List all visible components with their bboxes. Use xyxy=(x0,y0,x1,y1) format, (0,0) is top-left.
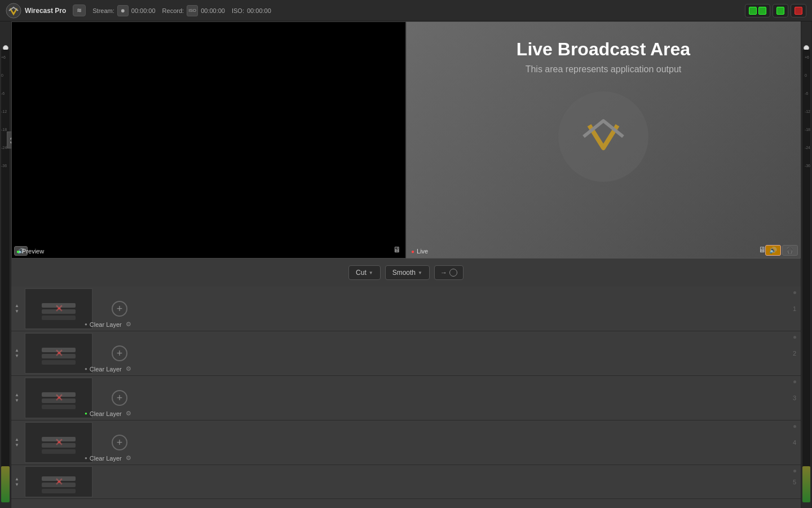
layer-4-number: 4 xyxy=(793,439,796,446)
iso-status: ISO: 00:00:00 xyxy=(232,7,271,14)
layer-1-controls: ▲ ▼ xyxy=(11,287,23,331)
wifi-button[interactable]: ≋ xyxy=(73,5,86,16)
layer-3-number: 3 xyxy=(793,395,796,401)
cut-button[interactable]: Cut ▼ xyxy=(348,265,381,280)
svg-rect-4 xyxy=(42,348,76,352)
live-red-dot: ● xyxy=(411,248,414,255)
layer-3-settings-button[interactable]: ⚙ xyxy=(124,409,133,418)
layer-4-add-button[interactable]: + xyxy=(112,435,127,450)
layer-4-down-arrow[interactable]: ▼ xyxy=(15,443,19,448)
preview-monitor-icon: 🖥 xyxy=(393,245,401,254)
stream-status: Stream: ⏺ 00:00:00 xyxy=(92,5,155,16)
topbar: Wirecast Pro ≋ Stream: ⏺ 00:00:00 Record… xyxy=(0,0,812,21)
main-area: +6 0 -6 -12 -18 -24 -36 ▲ ▼ 🔊 ● Preview xyxy=(0,21,812,508)
layer-1-add-button[interactable]: + xyxy=(112,301,127,317)
layer-2-label: Clear Layer xyxy=(90,366,122,373)
layer-2-dot: ● xyxy=(85,366,87,371)
live-audio-buttons: 🔊 🎧 xyxy=(765,245,798,256)
svg-rect-14 xyxy=(42,483,76,487)
svg-rect-6 xyxy=(42,360,76,365)
svg-rect-7 xyxy=(42,392,76,397)
layer-1-label-area: ● Clear Layer ⚙ xyxy=(85,320,133,329)
layer-3-add-button[interactable]: + xyxy=(112,390,127,406)
wirecast-watermark-svg xyxy=(575,108,632,165)
wirecast-watermark xyxy=(558,91,648,182)
svg-rect-8 xyxy=(42,398,76,403)
layer-1-number-dot xyxy=(793,291,796,294)
wifi-icon: ≋ xyxy=(77,7,82,14)
layer-3-up-arrow[interactable]: ▲ xyxy=(15,393,19,397)
layer-1-down-arrow[interactable]: ▼ xyxy=(15,309,19,314)
preview-pane: 🔊 ● Preview 🖥 xyxy=(11,21,406,259)
layers-area: ▲ ▼ ✕ + ● Clear Layer ⚙ xyxy=(11,287,801,508)
layer-4-dot: ● xyxy=(85,456,87,461)
layer-1-up-arrow[interactable]: ▲ xyxy=(15,304,19,308)
smooth-button[interactable]: Smooth ▼ xyxy=(385,265,430,280)
layer-3-dot: ● xyxy=(85,411,87,416)
vu-scale-left: +6 0 -6 -12 -18 -24 -36 xyxy=(1,55,7,168)
layer-2-thumbnail: ✕ xyxy=(25,333,92,374)
layer-5-number: 5 xyxy=(793,479,796,485)
svg-rect-5 xyxy=(42,354,76,358)
layer-4-number-dot xyxy=(793,425,796,428)
layer-1-dot: ● xyxy=(85,322,87,327)
layer-2-stack-icon xyxy=(39,339,78,367)
layer-5-stack-icon xyxy=(39,468,78,496)
layer-2-label-area: ● Clear Layer ⚙ xyxy=(85,365,133,373)
layer-5-down-arrow[interactable]: ▼ xyxy=(15,483,19,487)
layer-1-stack-icon xyxy=(39,295,78,323)
live-background: Live Broadcast Area This area represents… xyxy=(407,22,800,258)
layer-2-number: 2 xyxy=(793,350,796,357)
go-circle-icon xyxy=(449,269,457,277)
svg-rect-12 xyxy=(42,449,76,454)
vu-meter-right: +6 0 -6 -12 -18 -24 -36 xyxy=(801,21,812,508)
layer-2-down-arrow[interactable]: ▼ xyxy=(15,354,19,358)
transition-bar: Cut ▼ Smooth ▼ → xyxy=(11,259,801,287)
traffic-light-group1 xyxy=(745,4,770,17)
layer-1-thumbnail: ✕ xyxy=(25,288,92,329)
live-headphone-button[interactable]: 🎧 xyxy=(782,245,798,256)
layer-2-number-dot xyxy=(793,336,796,339)
tl-dot-green2 xyxy=(758,7,766,15)
go-button[interactable]: → xyxy=(434,265,464,280)
layer-3-thumbnail: ✕ xyxy=(25,378,92,418)
live-speaker-button[interactable]: 🔊 xyxy=(765,245,781,256)
layer-3-label: Clear Layer xyxy=(90,410,122,417)
preview-monitor-icon-area: 🖥 xyxy=(393,244,401,255)
live-pane: Live Broadcast Area This area represents… xyxy=(406,21,801,259)
layer-2-settings-button[interactable]: ⚙ xyxy=(124,365,133,373)
logo-area: Wirecast Pro xyxy=(6,3,66,19)
layer-2-up-arrow[interactable]: ▲ xyxy=(15,348,19,353)
layer-row-1: ▲ ▼ ✕ + ● Clear Layer ⚙ xyxy=(11,287,801,331)
live-label-text: Live xyxy=(417,248,428,255)
layer-1-settings-button[interactable]: ⚙ xyxy=(124,320,133,329)
center-panel: ▲ ▼ 🔊 ● Preview 🖥 Live Broadcast Area Th… xyxy=(11,21,801,508)
preview-label-area: ● Preview xyxy=(16,248,44,255)
layer-4-controls: ▲ ▼ xyxy=(11,421,23,465)
layer-4-settings-button[interactable]: ⚙ xyxy=(124,454,133,462)
svg-rect-11 xyxy=(42,443,76,448)
svg-rect-10 xyxy=(42,437,76,441)
layer-4-up-arrow[interactable]: ▲ xyxy=(15,437,19,442)
layer-2-add-button[interactable]: + xyxy=(112,345,127,361)
layer-2-controls: ▲ ▼ xyxy=(11,331,23,375)
cut-label: Cut xyxy=(356,269,367,277)
layer-5-number-dot xyxy=(793,470,796,472)
go-arrow-icon: → xyxy=(440,269,447,277)
stream-record-icon: ⏺ xyxy=(117,5,129,16)
svg-rect-3 xyxy=(42,316,76,320)
cut-chevron-icon: ▼ xyxy=(369,270,373,275)
smooth-chevron-icon: ▼ xyxy=(418,270,422,275)
stream-label: Stream: xyxy=(92,7,114,14)
layer-5-up-arrow[interactable]: ▲ xyxy=(15,477,19,481)
layer-1-label: Clear Layer xyxy=(90,321,122,328)
layer-5-thumbnail: ✕ xyxy=(25,466,92,497)
traffic-light-group2 xyxy=(773,4,788,17)
svg-rect-1 xyxy=(42,303,76,308)
layer-3-down-arrow[interactable]: ▼ xyxy=(15,398,19,403)
record-status: Record: ISO 00:00:00 xyxy=(162,5,225,16)
live-broadcast-subtitle: This area represents application output xyxy=(526,64,682,75)
preview-green-dot: ● xyxy=(16,248,20,255)
layer-row-4: ▲ ▼ ✕ + ● Clear Layer ⚙ xyxy=(11,421,801,465)
smooth-label: Smooth xyxy=(392,269,416,277)
